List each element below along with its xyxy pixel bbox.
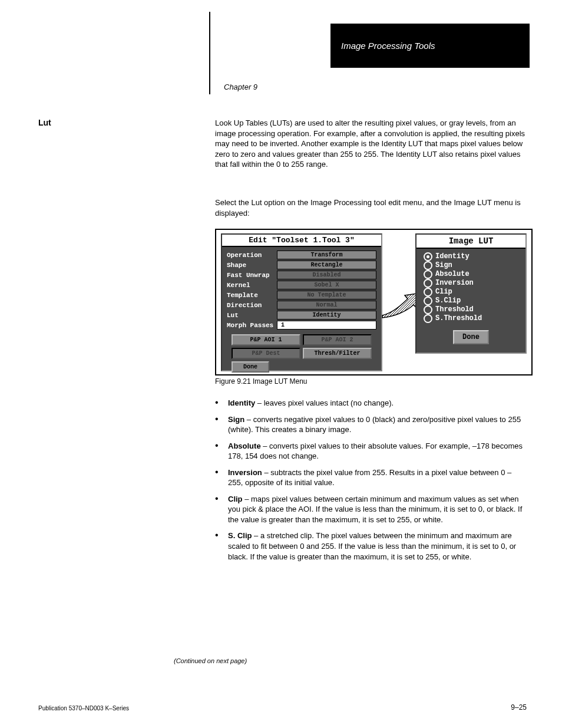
- button-row-1: P&P AOI 1P&P AOI 2: [222, 333, 381, 347]
- header-divider: [209, 12, 210, 94]
- list-item-text: Sign – converts negative pixel values to…: [228, 414, 527, 435]
- lut-done-button[interactable]: Done: [453, 330, 489, 344]
- lut-option-label: Inversion: [435, 279, 474, 288]
- publication-info: Publication 5370–ND003 K–Series: [38, 705, 129, 711]
- list-item-text: Identity – leaves pixel values intact (n…: [228, 398, 527, 409]
- field-value: Disabled: [277, 271, 376, 279]
- field-value: No Template: [277, 291, 376, 299]
- image-lut-panel: Image LUT IdentitySignAbsoluteInversionC…: [415, 233, 527, 354]
- figure-image-lut: Edit "Toolset 1.Tool 3" OperationTransfo…: [215, 229, 533, 375]
- bullet-icon: •: [215, 414, 228, 435]
- lut-option[interactable]: Clip: [424, 288, 520, 297]
- bullet-icon: •: [215, 398, 228, 409]
- list-item-text: Clip – maps pixel values between certain…: [228, 494, 527, 525]
- figure-caption: Figure 9.21 Image LUT Menu: [215, 377, 308, 386]
- list-item: •S. Clip – a stretched clip. The pixel v…: [215, 531, 527, 562]
- radio-icon: [424, 314, 432, 323]
- field-value[interactable]: Identity: [277, 311, 376, 319]
- field-row: OperationTransform: [227, 251, 376, 259]
- list-item-text: Absolute – converts pixel values to thei…: [228, 441, 527, 462]
- lut-option-label: Sign: [435, 261, 452, 270]
- field-row: ShapeRectangle: [227, 261, 376, 269]
- list-item: •Sign – converts negative pixel values t…: [215, 414, 527, 435]
- list-item: •Clip – maps pixel values between certai…: [215, 494, 527, 525]
- lut-option-label: Absolute: [435, 270, 470, 279]
- list-item: •Inversion – subtracts the pixel value f…: [215, 467, 527, 488]
- bullet-icon: •: [215, 441, 228, 462]
- panel-button[interactable]: P&P AOI 1: [232, 334, 300, 345]
- edit-panel-title: Edit "Toolset 1.Tool 3": [222, 235, 381, 247]
- banner-text: Image Processing Tools: [341, 41, 435, 51]
- field-label: Fast Unwrap: [227, 272, 277, 279]
- field-row: KernelSobel X: [227, 281, 376, 289]
- list-item: •Absolute – converts pixel values to the…: [215, 441, 527, 462]
- field-label: Operation: [227, 252, 277, 259]
- done-button[interactable]: Done: [232, 361, 269, 373]
- button-row-2: P&P DestThresh/Filter: [222, 347, 381, 360]
- lut-option[interactable]: Absolute: [424, 270, 520, 279]
- chapter-banner: Image Processing Tools: [330, 24, 530, 68]
- panel-button: P&P AOI 2: [303, 334, 372, 345]
- edit-panel-fields: OperationTransformShapeRectangleFast Unw…: [222, 247, 381, 333]
- continued-note: (Continued on next page): [174, 657, 247, 664]
- list-item-text: Inversion – subtracts the pixel value fr…: [228, 467, 527, 488]
- lut-option-label: Threshold: [435, 305, 474, 314]
- radio-icon: [424, 279, 432, 288]
- radio-icon: [424, 252, 432, 261]
- bullet-icon: •: [215, 531, 228, 562]
- bullet-icon: •: [215, 494, 228, 525]
- field-label: Template: [227, 292, 277, 299]
- radio-icon: [424, 305, 432, 314]
- field-value: Sobel X: [277, 281, 376, 289]
- heading-lut: Lut: [38, 118, 51, 127]
- lut-option[interactable]: Inversion: [424, 279, 520, 288]
- chapter-label: Chapter 9: [224, 83, 257, 91]
- button-row-done: Done: [222, 360, 381, 374]
- field-label: Morph Passes: [227, 322, 277, 329]
- lut-option-label: Identity: [435, 252, 470, 261]
- field-label: Shape: [227, 262, 277, 269]
- lut-option[interactable]: Sign: [424, 261, 520, 270]
- body-select-lut: Select the Lut option on the Image Proce…: [215, 197, 527, 218]
- lut-bullet-list: •Identity – leaves pixel values intact (…: [215, 398, 527, 568]
- field-row: TemplateNo Template: [227, 291, 376, 299]
- lut-option-label: S.Threshold: [435, 314, 482, 323]
- field-row: DirectionNormal: [227, 301, 376, 309]
- field-label: Direction: [227, 302, 277, 309]
- field-value[interactable]: 1: [277, 321, 376, 330]
- body-lut: Look Up Tables (LUTs) are used to alter …: [215, 118, 527, 170]
- radio-icon: [424, 297, 432, 305]
- page-number: 9–25: [511, 703, 527, 711]
- list-item-text: S. Clip – a stretched clip. The pixel va…: [228, 531, 527, 562]
- edit-tool-panel: Edit "Toolset 1.Tool 3" OperationTransfo…: [221, 233, 382, 371]
- lut-option[interactable]: S.Threshold: [424, 314, 520, 323]
- lut-done-row: Done: [416, 330, 525, 344]
- radio-icon: [424, 270, 432, 279]
- field-label: Kernel: [227, 282, 277, 289]
- field-row: Fast UnwrapDisabled: [227, 271, 376, 279]
- bullet-icon: •: [215, 467, 228, 488]
- radio-icon: [424, 261, 432, 270]
- panel-button: P&P Dest: [232, 348, 300, 359]
- field-value: Normal: [277, 301, 376, 309]
- field-label: Lut: [227, 312, 277, 319]
- lut-panel-title: Image LUT: [416, 235, 525, 249]
- field-value[interactable]: Rectangle: [277, 261, 376, 269]
- list-item: •Identity – leaves pixel values intact (…: [215, 398, 527, 409]
- lut-option[interactable]: Identity: [424, 252, 520, 261]
- lut-options-list: IdentitySignAbsoluteInversionClipS.ClipT…: [416, 249, 525, 325]
- lut-option[interactable]: Threshold: [424, 305, 520, 314]
- radio-icon: [424, 288, 432, 297]
- field-row: LutIdentity: [227, 311, 376, 319]
- field-row: Morph Passes1: [227, 321, 376, 330]
- lut-option-label: S.Clip: [435, 297, 461, 305]
- lut-option[interactable]: S.Clip: [424, 297, 520, 305]
- field-value[interactable]: Transform: [277, 251, 376, 259]
- lut-option-label: Clip: [435, 288, 452, 297]
- panel-button[interactable]: Thresh/Filter: [303, 348, 372, 359]
